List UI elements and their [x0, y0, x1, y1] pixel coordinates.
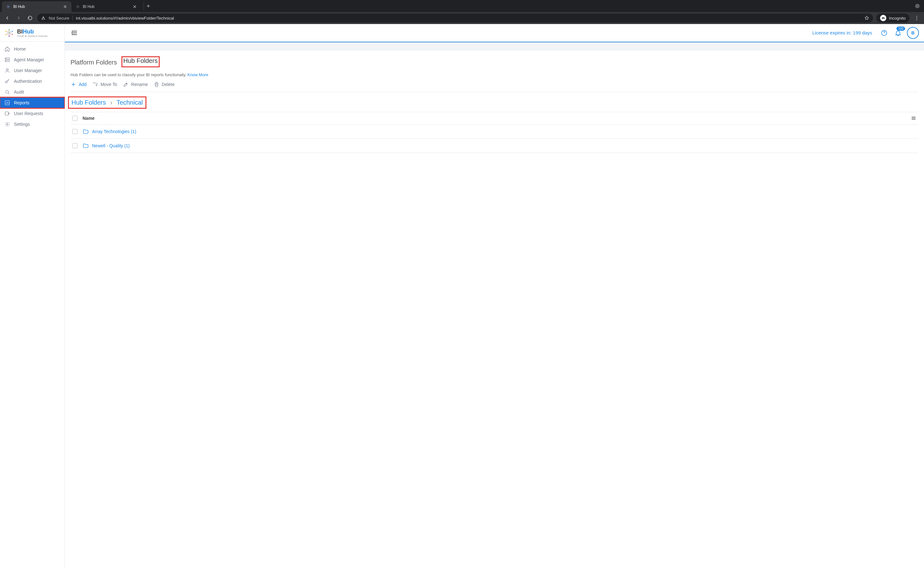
tab-strip: BI Hub BI Hub [0, 0, 924, 12]
add-button[interactable]: Add [70, 82, 87, 87]
chart-icon [5, 100, 10, 106]
table-menu-icon[interactable] [911, 116, 916, 121]
breadcrumb: Hub Folders › Technical [72, 99, 143, 106]
sidebar-item-settings[interactable]: Settings [0, 119, 64, 129]
folder-link[interactable]: Newell - Quality (1) [92, 143, 129, 148]
svg-point-0 [8, 6, 9, 7]
svg-rect-22 [5, 60, 9, 62]
folder-icon [82, 128, 89, 135]
close-icon[interactable] [62, 4, 68, 9]
browser-chrome: BI Hub BI Hub [0, 0, 924, 24]
subtitle: Hub Folders can be used to classify your… [70, 72, 918, 77]
close-icon[interactable] [132, 4, 137, 9]
row-checkbox[interactable] [72, 129, 78, 134]
plus-icon [70, 82, 76, 87]
avatar[interactable]: B [907, 27, 919, 39]
moveto-button[interactable]: Move To [92, 82, 117, 87]
svg-point-2 [882, 18, 883, 19]
url-text: int.visualbi.solutions/#!/admin/vbiviewF… [76, 16, 174, 21]
svg-point-26 [5, 81, 7, 83]
reload-button[interactable] [26, 14, 34, 22]
address-bar: Not Secure int.visualbi.solutions/#!/adm… [0, 12, 924, 24]
content: Platform Folders Hub Folders Hub Folders… [65, 50, 924, 159]
key-icon [5, 78, 10, 84]
browser-tab-active[interactable]: BI Hub [2, 1, 72, 12]
toolbar: Add Move To Rename Delete [70, 82, 918, 92]
server-icon [5, 57, 10, 62]
breadcrumb-current[interactable]: Technical [116, 99, 143, 106]
rename-button[interactable]: Rename [123, 82, 148, 87]
tab-title: BI Hub [13, 5, 60, 9]
svg-point-27 [6, 90, 9, 93]
tab-hub-folders[interactable]: Hub Folders [123, 57, 158, 66]
highlight-box: Hub Folders [122, 56, 160, 67]
know-more-link[interactable]: Know More [187, 72, 209, 77]
svg-point-30 [7, 123, 8, 125]
new-tab-button[interactable] [143, 2, 152, 11]
incognito-label: Incognito [889, 16, 906, 21]
logo-tagline: YOUR BI SEARCH ENGINE [17, 35, 48, 37]
tab-platform-folders[interactable]: Platform Folders [70, 59, 117, 67]
svg-point-1 [77, 6, 78, 7]
toolbar-label: Move To [100, 82, 117, 87]
svg-point-8 [9, 32, 9, 33]
sidebar-item-agent-manager[interactable]: Agent Manager [0, 54, 64, 65]
browser-tab[interactable]: BI Hub [72, 1, 141, 12]
toolbar-label: Rename [131, 82, 148, 87]
divider [72, 15, 73, 21]
menu-toggle-button[interactable] [70, 29, 79, 37]
row-checkbox[interactable] [72, 143, 78, 148]
url-field[interactable]: Not Secure int.visualbi.solutions/#!/adm… [37, 14, 873, 23]
svg-point-24 [6, 61, 6, 61]
svg-line-19 [7, 33, 8, 35]
folder-icon [82, 143, 89, 149]
svg-point-4 [916, 16, 917, 17]
svg-point-11 [12, 34, 13, 35]
logo-icon [4, 27, 15, 38]
page-tabs: Platform Folders Hub Folders [70, 50, 918, 67]
tabs-dropdown-icon[interactable] [915, 4, 919, 8]
help-button[interactable] [879, 28, 889, 38]
svg-line-17 [11, 33, 12, 35]
topbar: License expires in: 199 days 100 B [65, 24, 924, 42]
sidebar-item-label: Authentication [14, 79, 42, 84]
sidebar-item-home[interactable]: Home [0, 44, 64, 54]
svg-point-10 [12, 30, 13, 32]
svg-rect-21 [5, 58, 9, 59]
folder-link[interactable]: Array Technologies (1) [92, 129, 136, 134]
svg-point-12 [9, 35, 9, 37]
inbox-icon [5, 111, 10, 116]
sidebar-item-audit[interactable]: Audit [0, 87, 64, 97]
sidebar-item-user-manager[interactable]: User Manager [0, 65, 64, 76]
svg-point-13 [5, 34, 6, 35]
svg-point-9 [9, 29, 9, 30]
column-name[interactable]: Name [82, 116, 911, 121]
svg-point-5 [916, 18, 917, 18]
user-icon [5, 68, 10, 73]
browser-menu-icon[interactable] [913, 14, 921, 22]
trash-icon [154, 82, 159, 87]
table-header: Name [70, 112, 918, 125]
favicon-icon [6, 4, 11, 9]
toolbar-label: Add [79, 82, 87, 87]
app: BIHub YOUR BI SEARCH ENGINE Home Agent M… [0, 24, 924, 569]
breadcrumb-root[interactable]: Hub Folders [72, 99, 106, 106]
forward-button[interactable] [15, 14, 23, 22]
svg-point-23 [6, 58, 6, 59]
sidebar-item-user-requests[interactable]: User Requests [0, 108, 64, 119]
back-button[interactable] [3, 14, 11, 22]
tab-title: BI Hub [83, 5, 129, 9]
sidebar-item-label: Home [14, 46, 26, 52]
edit-icon [123, 82, 129, 87]
sidebar-item-label: Agent Manager [14, 57, 44, 62]
logo[interactable]: BIHub YOUR BI SEARCH ENGINE [0, 24, 64, 42]
select-all-checkbox[interactable] [72, 116, 78, 121]
sidebar-item-authentication[interactable]: Authentication [0, 76, 64, 87]
warning-icon [41, 16, 46, 20]
notifications-button[interactable]: 100 [893, 28, 903, 38]
svg-point-25 [6, 68, 8, 70]
toolbar-label: Delete [162, 82, 175, 87]
star-icon[interactable] [864, 15, 869, 21]
delete-button[interactable]: Delete [154, 82, 175, 87]
sidebar-item-reports[interactable]: Reports [0, 97, 64, 108]
